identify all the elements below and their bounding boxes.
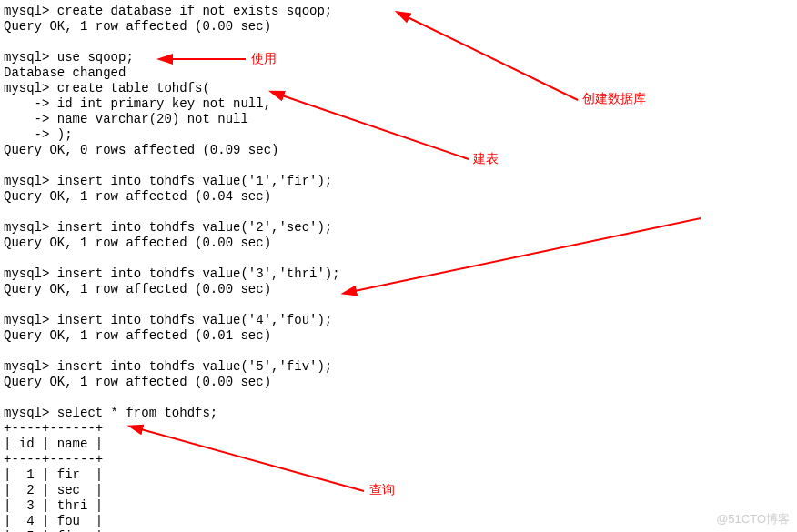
line: mysql> insert into tohdfs value('4','fou… xyxy=(4,313,332,327)
table-header: | id | name | xyxy=(4,437,103,451)
line: mysql> insert into tohdfs value('5','fiv… xyxy=(4,359,332,374)
line-create-table: mysql> create table tohdfs( xyxy=(4,81,210,95)
line-create-db: mysql> create database if not exists sqo… xyxy=(4,4,332,18)
watermark: @51CTO博客 xyxy=(716,511,790,527)
line: mysql> insert into tohdfs value('3','thr… xyxy=(4,266,340,281)
line: Query OK, 1 row affected (0.00 sec) xyxy=(4,19,271,34)
line: Query OK, 0 rows affected (0.09 sec) xyxy=(4,143,278,157)
svg-line-0 xyxy=(408,17,578,100)
table-border: +----+------+ xyxy=(4,452,103,467)
annotation-create-db: 创建数据库 xyxy=(582,91,646,106)
table-row: | 1 | fir | xyxy=(4,467,103,482)
table-border: +----+------+ xyxy=(4,421,103,436)
line: mysql> insert into tohdfs value('1','fir… xyxy=(4,174,332,188)
line: -> name varchar(20) not null xyxy=(4,112,248,126)
line: -> ); xyxy=(4,127,73,142)
line-use-db: mysql> use sqoop; xyxy=(4,50,134,65)
line: Query OK, 1 row affected (0.01 sec) xyxy=(4,328,271,343)
table-row: | 3 | thri | xyxy=(4,498,103,513)
annotation-query: 查询 xyxy=(369,482,395,497)
line: Query OK, 1 row affected (0.00 sec) xyxy=(4,282,271,296)
annotation-use: 使用 xyxy=(251,51,277,66)
line: Query OK, 1 row affected (0.04 sec) xyxy=(4,189,271,204)
line: Database changed xyxy=(4,65,126,80)
svg-line-3 xyxy=(355,218,701,291)
terminal-output: mysql> create database if not exists sqo… xyxy=(4,4,340,532)
line: -> id int primary key not null, xyxy=(4,96,271,111)
table-row: | 4 | fou | xyxy=(4,514,103,528)
line-select: mysql> select * from tohdfs; xyxy=(4,406,217,420)
table-row: | 2 | sec | xyxy=(4,483,103,497)
annotation-create-table: 建表 xyxy=(473,151,499,166)
line: Query OK, 1 row affected (0.00 sec) xyxy=(4,236,271,250)
line: mysql> insert into tohdfs value('2','sec… xyxy=(4,220,332,235)
line: Query OK, 1 row affected (0.00 sec) xyxy=(4,375,271,389)
